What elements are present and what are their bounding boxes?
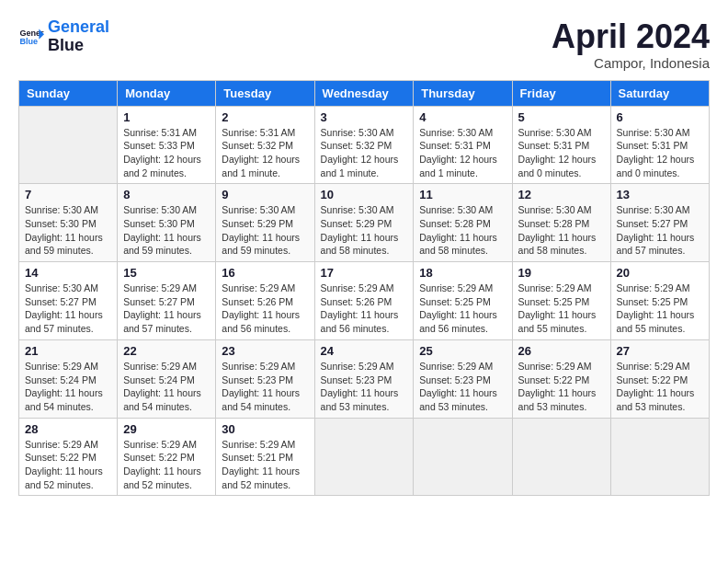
day-cell (314, 418, 414, 496)
day-info: Sunrise: 5:30 AMSunset: 5:30 PMDaylight:… (123, 203, 210, 258)
day-info: Sunrise: 5:30 AMSunset: 5:29 PMDaylight:… (321, 203, 408, 258)
day-info: Sunrise: 5:29 AMSunset: 5:23 PMDaylight:… (321, 360, 408, 414)
day-info: Sunrise: 5:29 AMSunset: 5:27 PMDaylight:… (123, 282, 210, 336)
day-info: Sunrise: 5:29 AMSunset: 5:25 PMDaylight:… (617, 282, 703, 336)
day-cell: 25Sunrise: 5:29 AMSunset: 5:23 PMDayligh… (414, 339, 512, 418)
day-info: Sunrise: 5:31 AMSunset: 5:33 PMDaylight:… (123, 126, 210, 180)
day-number: 1 (123, 110, 210, 124)
column-header-monday: Monday (118, 80, 216, 106)
day-cell: 14Sunrise: 5:30 AMSunset: 5:27 PMDayligh… (19, 262, 118, 340)
day-cell: 26Sunrise: 5:29 AMSunset: 5:22 PMDayligh… (512, 339, 610, 418)
day-cell: 23Sunrise: 5:29 AMSunset: 5:23 PMDayligh… (216, 339, 314, 418)
week-row-3: 14Sunrise: 5:30 AMSunset: 5:27 PMDayligh… (19, 262, 710, 340)
day-cell: 24Sunrise: 5:29 AMSunset: 5:23 PMDayligh… (314, 339, 414, 418)
day-info: Sunrise: 5:29 AMSunset: 5:22 PMDaylight:… (25, 438, 111, 492)
day-number: 8 (123, 188, 210, 201)
column-header-tuesday: Tuesday (216, 80, 314, 106)
day-info: Sunrise: 5:29 AMSunset: 5:23 PMDaylight:… (419, 360, 506, 414)
day-cell: 3Sunrise: 5:30 AMSunset: 5:32 PMDaylight… (314, 106, 414, 184)
day-number: 24 (321, 344, 408, 358)
day-number: 6 (617, 110, 703, 124)
week-row-1: 1Sunrise: 5:31 AMSunset: 5:33 PMDaylight… (19, 106, 710, 184)
day-info: Sunrise: 5:30 AMSunset: 5:32 PMDaylight:… (321, 126, 408, 180)
day-cell: 6Sunrise: 5:30 AMSunset: 5:31 PMDaylight… (610, 106, 709, 184)
day-info: Sunrise: 5:29 AMSunset: 5:22 PMDaylight:… (617, 360, 703, 414)
day-number: 22 (123, 344, 210, 358)
day-cell (512, 418, 610, 496)
day-info: Sunrise: 5:29 AMSunset: 5:24 PMDaylight:… (25, 360, 111, 414)
day-number: 15 (123, 266, 210, 280)
day-number: 25 (419, 344, 506, 358)
day-number: 30 (222, 422, 308, 436)
day-cell: 28Sunrise: 5:29 AMSunset: 5:22 PMDayligh… (19, 418, 118, 496)
day-number: 21 (25, 344, 111, 358)
header-row: SundayMondayTuesdayWednesdayThursdayFrid… (19, 80, 710, 106)
day-number: 28 (25, 422, 111, 436)
calendar-table: SundayMondayTuesdayWednesdayThursdayFrid… (18, 80, 710, 497)
day-cell: 10Sunrise: 5:30 AMSunset: 5:29 PMDayligh… (314, 184, 414, 262)
day-number: 16 (222, 266, 308, 280)
day-cell: 15Sunrise: 5:29 AMSunset: 5:27 PMDayligh… (118, 262, 216, 340)
day-number: 23 (222, 344, 308, 358)
day-cell: 12Sunrise: 5:30 AMSunset: 5:28 PMDayligh… (512, 184, 610, 262)
day-info: Sunrise: 5:31 AMSunset: 5:32 PMDaylight:… (222, 126, 308, 180)
logo: General Blue GeneralBlue (18, 18, 109, 55)
day-cell: 13Sunrise: 5:30 AMSunset: 5:27 PMDayligh… (610, 184, 709, 262)
day-info: Sunrise: 5:30 AMSunset: 5:30 PMDaylight:… (25, 203, 111, 258)
page-header: General Blue GeneralBlue April 2024 Camp… (18, 18, 710, 71)
day-number: 10 (321, 188, 408, 201)
day-cell: 4Sunrise: 5:30 AMSunset: 5:31 PMDaylight… (414, 106, 512, 184)
day-info: Sunrise: 5:30 AMSunset: 5:27 PMDaylight:… (25, 282, 111, 336)
day-cell: 22Sunrise: 5:29 AMSunset: 5:24 PMDayligh… (118, 339, 216, 418)
day-info: Sunrise: 5:30 AMSunset: 5:31 PMDaylight:… (419, 126, 506, 180)
day-cell: 27Sunrise: 5:29 AMSunset: 5:22 PMDayligh… (610, 339, 709, 418)
day-number: 5 (518, 110, 605, 124)
day-cell: 20Sunrise: 5:29 AMSunset: 5:25 PMDayligh… (610, 262, 709, 340)
day-info: Sunrise: 5:30 AMSunset: 5:31 PMDaylight:… (518, 126, 605, 180)
day-number: 2 (222, 110, 308, 124)
day-cell: 5Sunrise: 5:30 AMSunset: 5:31 PMDaylight… (512, 106, 610, 184)
day-cell (610, 418, 709, 496)
day-cell: 9Sunrise: 5:30 AMSunset: 5:29 PMDaylight… (216, 184, 314, 262)
day-cell: 19Sunrise: 5:29 AMSunset: 5:25 PMDayligh… (512, 262, 610, 340)
day-cell: 11Sunrise: 5:30 AMSunset: 5:28 PMDayligh… (414, 184, 512, 262)
day-info: Sunrise: 5:29 AMSunset: 5:22 PMDaylight:… (518, 360, 605, 414)
day-number: 12 (518, 188, 605, 201)
day-number: 7 (25, 188, 111, 201)
day-number: 17 (321, 266, 408, 280)
day-number: 19 (518, 266, 605, 280)
day-info: Sunrise: 5:30 AMSunset: 5:28 PMDaylight:… (419, 203, 506, 258)
day-cell: 17Sunrise: 5:29 AMSunset: 5:26 PMDayligh… (314, 262, 414, 340)
day-number: 29 (123, 422, 210, 436)
logo-text: GeneralBlue (48, 18, 109, 55)
day-cell: 2Sunrise: 5:31 AMSunset: 5:32 PMDaylight… (216, 106, 314, 184)
day-info: Sunrise: 5:30 AMSunset: 5:31 PMDaylight:… (617, 126, 703, 180)
month-title: April 2024 (552, 18, 710, 55)
day-cell: 8Sunrise: 5:30 AMSunset: 5:30 PMDaylight… (118, 184, 216, 262)
day-info: Sunrise: 5:29 AMSunset: 5:25 PMDaylight:… (518, 282, 605, 336)
day-info: Sunrise: 5:29 AMSunset: 5:25 PMDaylight:… (419, 282, 506, 336)
week-row-4: 21Sunrise: 5:29 AMSunset: 5:24 PMDayligh… (19, 339, 710, 418)
day-number: 13 (617, 188, 703, 201)
column-header-sunday: Sunday (19, 80, 118, 106)
week-row-5: 28Sunrise: 5:29 AMSunset: 5:22 PMDayligh… (19, 418, 710, 496)
day-info: Sunrise: 5:30 AMSunset: 5:28 PMDaylight:… (518, 203, 605, 258)
day-info: Sunrise: 5:29 AMSunset: 5:21 PMDaylight:… (222, 438, 308, 492)
week-row-2: 7Sunrise: 5:30 AMSunset: 5:30 PMDaylight… (19, 184, 710, 262)
day-cell: 1Sunrise: 5:31 AMSunset: 5:33 PMDaylight… (118, 106, 216, 184)
day-number: 9 (222, 188, 308, 201)
day-number: 27 (617, 344, 703, 358)
day-info: Sunrise: 5:30 AMSunset: 5:29 PMDaylight:… (222, 203, 308, 258)
day-number: 14 (25, 266, 111, 280)
day-cell: 18Sunrise: 5:29 AMSunset: 5:25 PMDayligh… (414, 262, 512, 340)
location-subtitle: Campor, Indonesia (552, 55, 710, 71)
day-cell: 21Sunrise: 5:29 AMSunset: 5:24 PMDayligh… (19, 339, 118, 418)
day-cell (19, 106, 118, 184)
day-cell: 29Sunrise: 5:29 AMSunset: 5:22 PMDayligh… (118, 418, 216, 496)
day-cell: 30Sunrise: 5:29 AMSunset: 5:21 PMDayligh… (216, 418, 314, 496)
column-header-saturday: Saturday (610, 80, 709, 106)
day-number: 4 (419, 110, 506, 124)
day-info: Sunrise: 5:29 AMSunset: 5:26 PMDaylight:… (222, 282, 308, 336)
day-info: Sunrise: 5:29 AMSunset: 5:23 PMDaylight:… (222, 360, 308, 414)
day-info: Sunrise: 5:30 AMSunset: 5:27 PMDaylight:… (617, 203, 703, 258)
